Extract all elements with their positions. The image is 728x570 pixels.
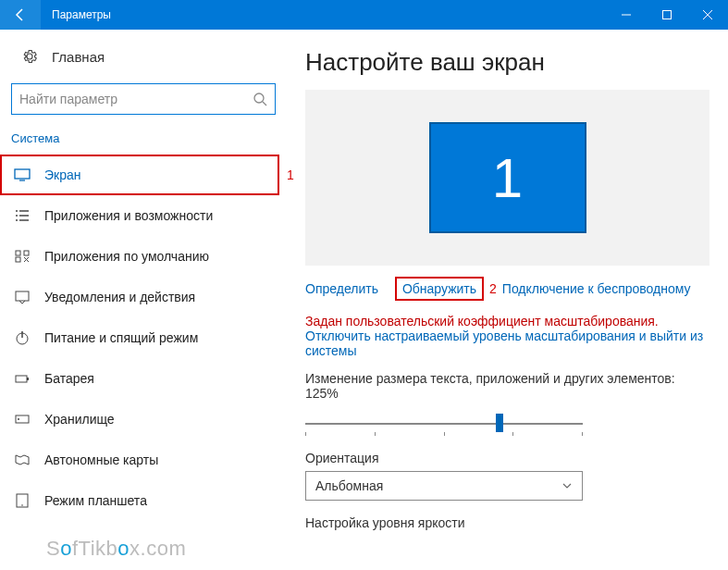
search-input[interactable] xyxy=(19,92,253,106)
window-title: Параметры xyxy=(41,8,606,21)
sidebar: Главная Система Экран 1 Приложения и xyxy=(0,30,287,570)
maximize-button[interactable] xyxy=(647,0,687,30)
annotation-box-2: Обнаружить xyxy=(395,277,484,301)
minimize-button[interactable] xyxy=(606,0,647,30)
content-area: Главная Система Экран 1 Приложения и xyxy=(0,30,728,570)
monitor-number: 1 xyxy=(492,146,523,210)
sidebar-item-battery[interactable]: Батарея xyxy=(0,358,287,399)
sidebar-item-storage[interactable]: Хранилище xyxy=(0,399,287,440)
sidebar-item-label: Автономные карты xyxy=(44,452,158,467)
main-panel: Настройте ваш экран 1 Определить Обнаруж… xyxy=(287,30,728,570)
search-box[interactable] xyxy=(11,83,276,115)
detect-link[interactable]: Обнаружить xyxy=(402,281,476,296)
slider-track xyxy=(305,423,583,425)
sidebar-item-label: Приложения и возможности xyxy=(44,208,213,223)
maximize-icon xyxy=(661,9,672,20)
svg-rect-1 xyxy=(663,11,672,19)
sidebar-item-tablet-mode[interactable]: Режим планшета xyxy=(0,480,287,521)
svg-point-25 xyxy=(21,504,23,506)
sidebar-item-default-apps[interactable]: Приложения по умолчанию xyxy=(0,236,287,277)
orientation-value: Альбомная xyxy=(315,478,383,493)
svg-rect-15 xyxy=(24,251,29,255)
svg-point-4 xyxy=(254,93,264,103)
watermark: SofTikbox.com xyxy=(46,537,186,561)
close-icon xyxy=(702,9,713,20)
gear-icon xyxy=(19,48,41,65)
scale-slider[interactable] xyxy=(305,410,583,436)
page-title: Настройте ваш экран xyxy=(305,48,709,77)
svg-rect-14 xyxy=(16,251,20,255)
sidebar-home[interactable]: Главная xyxy=(0,41,287,72)
sidebar-item-label: Уведомления и действия xyxy=(44,290,195,304)
sidebar-item-label: Хранилище xyxy=(44,412,115,427)
power-icon xyxy=(11,329,33,346)
sidebar-item-label: Экран xyxy=(44,167,81,182)
notifications-icon xyxy=(11,289,33,305)
orientation-select[interactable]: Альбомная xyxy=(305,471,583,501)
back-button[interactable] xyxy=(0,0,41,30)
chevron-down-icon xyxy=(561,480,573,491)
sidebar-item-label: Приложения по умолчанию xyxy=(44,249,209,264)
scaling-warning: Задан пользовательский коэффициент масшт… xyxy=(305,314,709,328)
sidebar-item-notifications[interactable]: Уведомления и действия xyxy=(0,277,287,317)
scale-label: Изменение размера текста, приложений и д… xyxy=(305,371,709,401)
svg-rect-6 xyxy=(15,169,30,179)
display-icon xyxy=(11,167,33,183)
annotation-number-2: 2 xyxy=(489,281,497,296)
titlebar: Параметры xyxy=(0,0,728,30)
sidebar-item-display[interactable]: Экран xyxy=(0,155,287,195)
sidebar-item-label: Питание и спящий режим xyxy=(44,330,198,345)
tablet-icon xyxy=(11,492,33,509)
svg-rect-16 xyxy=(16,257,20,262)
sidebar-category: Система xyxy=(0,128,287,149)
brightness-label: Настройка уровня яркости xyxy=(305,515,709,530)
display-links-row: Определить Обнаружить 2 Подключение к бе… xyxy=(305,277,709,301)
minimize-icon xyxy=(621,9,632,20)
orientation-label: Ориентация xyxy=(305,451,709,465)
sidebar-home-label: Главная xyxy=(52,49,105,65)
list-icon xyxy=(11,207,33,224)
slider-thumb[interactable] xyxy=(496,414,503,432)
sidebar-item-apps-features[interactable]: Приложения и возможности xyxy=(0,195,287,236)
arrow-left-icon xyxy=(13,7,28,22)
sidebar-item-label: Батарея xyxy=(44,371,94,386)
battery-icon xyxy=(11,370,33,387)
wireless-link[interactable]: Подключение к беспроводному xyxy=(502,281,691,296)
svg-line-5 xyxy=(263,102,266,105)
svg-rect-20 xyxy=(16,376,27,382)
disable-scaling-link[interactable]: Отключить настраиваемый уровень масштаби… xyxy=(305,328,709,358)
sidebar-item-power-sleep[interactable]: Питание и спящий режим xyxy=(0,317,287,358)
svg-rect-17 xyxy=(16,291,29,301)
search-icon xyxy=(253,92,267,106)
svg-rect-21 xyxy=(27,378,29,380)
svg-point-23 xyxy=(18,418,19,420)
identify-link[interactable]: Определить xyxy=(305,281,378,296)
search-container xyxy=(11,83,276,115)
storage-icon xyxy=(11,411,33,428)
default-apps-icon xyxy=(11,248,33,265)
annotation-number-1: 1 xyxy=(287,167,294,182)
slider-ticks xyxy=(305,432,583,436)
sidebar-item-label: Режим планшета xyxy=(44,493,147,508)
display-arrangement[interactable]: 1 xyxy=(305,90,709,266)
close-button[interactable] xyxy=(687,0,728,30)
monitor-thumbnail[interactable]: 1 xyxy=(429,122,586,233)
map-icon xyxy=(11,452,33,468)
sidebar-item-offline-maps[interactable]: Автономные карты xyxy=(0,440,287,480)
